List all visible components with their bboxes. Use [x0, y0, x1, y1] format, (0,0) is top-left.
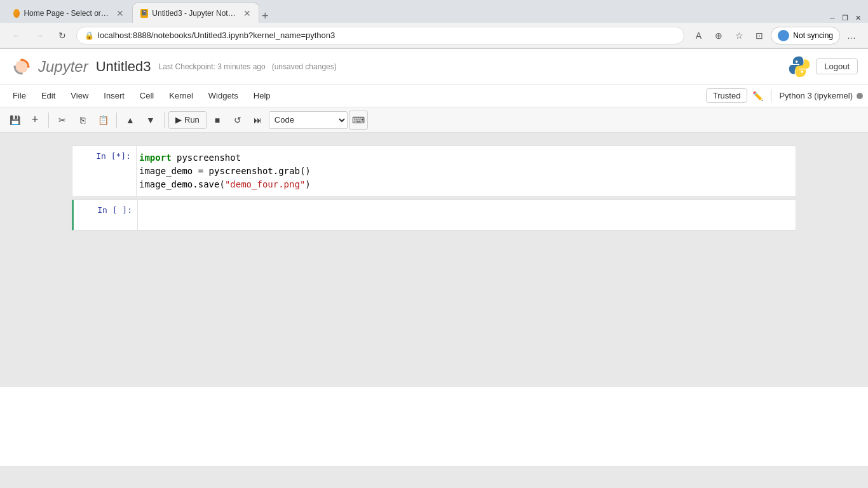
- tab-jupyter[interactable]: 📓 Untitled3 - Jupyter Notebook ✕: [132, 3, 259, 23]
- browser-actions: A ⊕ ☆ ⊡ Not syncing …: [689, 27, 860, 44]
- cell-type-select[interactable]: Code Markdown Raw NBConvert Heading: [269, 111, 348, 129]
- run-label: Run: [184, 115, 200, 125]
- cell-prompt-2: In [ ]:: [74, 200, 137, 220]
- run-icon: ▶: [175, 115, 182, 125]
- menu-divider: [771, 90, 771, 102]
- add-cell-button[interactable]: +: [25, 111, 44, 130]
- maximize-button[interactable]: ❐: [840, 13, 850, 23]
- menu-bar-right: Trusted ✏️ Python 3 (ipykernel): [706, 88, 863, 103]
- menu-cell[interactable]: Cell: [132, 88, 161, 103]
- toolbar: 💾 + ✂ ⎘ 📋 ▲ ▼ ▶ Run ■ ↺ ⏭ Code Markdown …: [0, 107, 868, 133]
- svg-point-4: [13, 65, 16, 68]
- address-field[interactable]: 🔒 localhost:8888/notebooks/Untitled3.ipy…: [76, 27, 684, 44]
- minimize-button[interactable]: ─: [827, 13, 837, 23]
- checkpoint-info: Last Checkpoint: 3 minutes ago (unsaved …: [159, 62, 337, 71]
- notebook-area: In [*]: import pyscreenshot image_demo =…: [0, 133, 868, 387]
- cell-container-2: In [ ]:: [72, 200, 796, 231]
- jupyter-wordmark: Jupyter: [38, 58, 88, 76]
- jupyter-app: Jupyter Untitled3 Last Checkpoint: 3 min…: [0, 49, 868, 466]
- stop-button[interactable]: ■: [208, 111, 227, 130]
- kernel-status-dot: [857, 93, 863, 99]
- menu-bar: File Edit View Insert Cell Kernel Widget…: [0, 85, 868, 107]
- svg-point-3: [20, 72, 23, 75]
- code-image-demo-2: image_demo: [139, 179, 193, 189]
- svg-point-1: [20, 58, 23, 61]
- lock-icon: 🔒: [85, 31, 94, 40]
- svg-point-6: [801, 71, 804, 73]
- tab-close-jupyter[interactable]: ✕: [243, 8, 251, 18]
- kernel-info: Python 3 (ipykernel): [779, 91, 863, 100]
- menu-kernel[interactable]: Kernel: [161, 88, 201, 103]
- keyword-import: import: [139, 152, 172, 163]
- python-logo: [788, 55, 811, 78]
- jupyter-header-right: Logout: [788, 55, 858, 78]
- new-tab-button[interactable]: +: [262, 10, 269, 23]
- close-window-button[interactable]: ✕: [853, 13, 863, 23]
- menu-items: File Edit View Insert Cell Kernel Widget…: [5, 88, 278, 103]
- code-image-demo-1: image_demo: [139, 166, 193, 176]
- address-bar: ← → ↻ 🔒 localhost:8888/notebooks/Untitle…: [0, 23, 868, 48]
- favorites-button[interactable]: ☆: [730, 27, 748, 44]
- toolbar-sep-3: [164, 112, 165, 128]
- menu-edit[interactable]: Edit: [34, 88, 63, 103]
- code-grab: grab: [278, 166, 300, 176]
- tab-home[interactable]: Home Page - Select or create a ... ✕: [5, 3, 132, 23]
- code-string: "demo_four.png": [225, 179, 305, 189]
- paste-button[interactable]: 📋: [93, 111, 112, 130]
- avatar-icon: [778, 30, 789, 41]
- tab-close-home[interactable]: ✕: [116, 8, 124, 18]
- menu-widgets[interactable]: Widgets: [201, 88, 246, 103]
- run-button[interactable]: ▶ Run: [168, 111, 207, 129]
- tab-label-jupyter: Untitled3 - Jupyter Notebook: [152, 9, 237, 18]
- sync-label: Not syncing: [793, 31, 833, 40]
- tab-favicon-home: [13, 9, 20, 18]
- address-text: localhost:8888/notebooks/Untitled3.ipynb…: [98, 30, 335, 40]
- svg-point-5: [796, 60, 798, 63]
- move-down-button[interactable]: ▼: [141, 111, 160, 130]
- move-up-button[interactable]: ▲: [121, 111, 140, 130]
- tab-favicon-jupyter: 📓: [140, 9, 148, 18]
- keyboard-shortcuts-button[interactable]: ⌨: [349, 111, 368, 130]
- back-button[interactable]: ←: [8, 27, 25, 44]
- code-pyscreenshot-2: pyscreenshot: [209, 166, 273, 176]
- refresh-button[interactable]: ↻: [53, 27, 71, 44]
- kernel-name: Python 3 (ipykernel): [779, 91, 853, 100]
- menu-help[interactable]: Help: [246, 88, 278, 103]
- jupyter-logo-icon: [10, 55, 33, 78]
- cell-prompt-1: In [*]:: [72, 146, 136, 166]
- active-cell-input[interactable]: [140, 205, 790, 220]
- notebook-title[interactable]: Untitled3: [96, 58, 151, 75]
- copy-button[interactable]: ⎘: [73, 111, 92, 130]
- cell-2: In [ ]:: [74, 200, 796, 230]
- logout-button[interactable]: Logout: [816, 58, 858, 74]
- restart-run-all-button[interactable]: ⏭: [248, 111, 268, 130]
- save-button[interactable]: 💾: [5, 111, 24, 130]
- toolbar-sep-1: [48, 112, 49, 128]
- cell-container-1: In [*]: import pyscreenshot image_demo =…: [72, 146, 796, 197]
- cell-1: In [*]: import pyscreenshot image_demo =…: [72, 146, 796, 196]
- menu-view[interactable]: View: [63, 88, 96, 103]
- more-button[interactable]: …: [843, 27, 860, 44]
- cut-button[interactable]: ✂: [53, 111, 72, 130]
- jupyter-logo: Jupyter: [10, 55, 88, 78]
- collections-button[interactable]: ⊡: [750, 27, 768, 44]
- sync-button[interactable]: Not syncing: [771, 27, 840, 44]
- toolbar-sep-2: [116, 112, 117, 128]
- code-save: save: [198, 179, 220, 189]
- browser-chrome: Home Page - Select or create a ... ✕ 📓 U…: [0, 0, 868, 49]
- svg-point-2: [27, 65, 30, 68]
- zoom-button[interactable]: ⊕: [710, 27, 728, 44]
- tabs-bar: Home Page - Select or create a ... ✕ 📓 U…: [0, 0, 868, 23]
- cell-content-2[interactable]: [137, 200, 796, 230]
- menu-file[interactable]: File: [5, 88, 34, 103]
- reader-mode-button[interactable]: A: [689, 27, 707, 44]
- code-pyscreenshot-1: pyscreenshot: [177, 152, 241, 163]
- restart-button[interactable]: ↺: [228, 111, 247, 130]
- edit-pencil-icon[interactable]: ✏️: [752, 91, 763, 101]
- cell-content-1[interactable]: import pyscreenshot image_demo = pyscree…: [136, 146, 796, 196]
- menu-insert[interactable]: Insert: [96, 88, 132, 103]
- jupyter-header: Jupyter Untitled3 Last Checkpoint: 3 min…: [0, 49, 868, 85]
- tab-label-home: Home Page - Select or create a ...: [24, 9, 110, 18]
- forward-button[interactable]: →: [31, 27, 48, 44]
- trusted-button[interactable]: Trusted: [706, 88, 748, 103]
